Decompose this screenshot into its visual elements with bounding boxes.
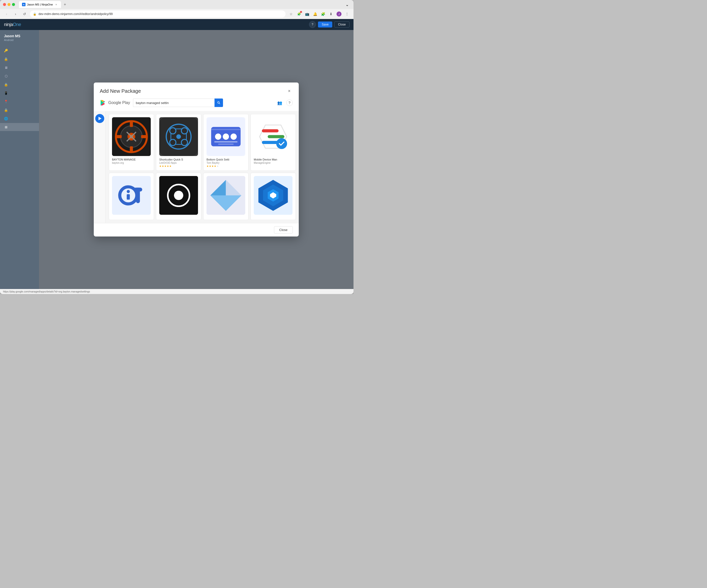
app-info-shortcutter: Shortcutter Quick S LeeDrOiD Apps ★ ★ ★ … <box>159 158 198 168</box>
hexblue-icon-svg <box>254 176 293 215</box>
help-button[interactable]: ? <box>309 21 316 28</box>
search-input-wrap <box>133 99 223 107</box>
user-management-button[interactable]: 👥 <box>276 99 283 106</box>
back-button[interactable]: ‹ <box>3 10 10 18</box>
svg-rect-7 <box>130 121 133 127</box>
nav-bar: ‹ › ↺ 🔒 dev-mdm-demo.ninjarmm.com/#/edit… <box>0 9 354 19</box>
svg-point-37 <box>174 191 183 200</box>
svg-point-28 <box>276 138 287 149</box>
sidebar-item-location[interactable]: 📍 <box>0 98 39 105</box>
app-card-prism[interactable] <box>203 173 248 220</box>
app-card-hexblue[interactable] <box>250 173 296 220</box>
sidebar-item-globe[interactable]: 🌐 <box>0 114 39 123</box>
notifications-button[interactable]: 🔔 <box>311 10 318 18</box>
tab-title: Jason MS | NinjaOne <box>27 3 53 6</box>
modal-help-button[interactable]: ? <box>286 100 293 106</box>
ninja-logo: ninjaOne <box>4 22 21 27</box>
app-content: ninjaOne ? Save Close Jason MS Android 🔑 <box>0 19 354 294</box>
sidebar-item-phone[interactable]: 📱 <box>0 89 39 97</box>
sidebar-item-display[interactable]: 🖥 <box>0 64 39 71</box>
svg-point-17 <box>176 134 181 139</box>
lock-icon: 🔒 <box>4 57 8 61</box>
refresh-button[interactable]: ↺ <box>21 10 28 18</box>
sidebar-subtitle: Android <box>4 38 35 41</box>
app-card-minimalist[interactable] <box>156 173 201 220</box>
apps-grid-area: BAYTON MANAGE bayton.org <box>106 111 299 223</box>
modal-footer: Close <box>94 223 299 237</box>
app-name-bottomquick: Bottom Quick Setti <box>206 158 245 161</box>
close-window-button[interactable] <box>3 3 6 6</box>
svg-line-1 <box>219 103 220 104</box>
app-card-shortcutter[interactable]: Shortcutter Quick S LeeDrOiD Apps ★ ★ ★ … <box>156 114 201 171</box>
minimize-window-button[interactable] <box>7 3 10 6</box>
app-card-bottomquick[interactable]: Bottom Quick Setti Tom Bayley ★ ★ ★ ★ <box>203 114 248 171</box>
save-button[interactable]: Save <box>318 22 332 28</box>
modal-footer-close-button[interactable]: Close <box>274 226 293 234</box>
lock2-icon: 🔒 <box>4 82 8 87</box>
app-name-bayton: BAYTON MANAGE <box>112 158 151 161</box>
status-bar: https://play.google.com/managed/apps/det… <box>0 289 354 294</box>
sidebar-item-lock2[interactable]: 🔒 <box>0 80 39 89</box>
app-card-settings2[interactable] <box>109 173 154 220</box>
svg-rect-10 <box>141 135 147 138</box>
key-icon: 🔑 <box>4 48 8 53</box>
cast-button[interactable]: 📺 <box>303 10 310 18</box>
app-card-mde[interactable]: Mobile Device Man ManageEngine <box>250 114 296 171</box>
shortcutter-icon-svg <box>159 117 198 156</box>
svg-rect-25 <box>211 129 241 130</box>
title-bar: N Jason MS | NinjaOne × + ⌄ <box>0 0 354 9</box>
svg-rect-8 <box>130 146 133 152</box>
sidebar-item-key[interactable]: 🔑 <box>0 46 39 55</box>
main-content: Add New Package × <box>39 30 354 289</box>
sidebar-item-lock3[interactable]: 🔒 <box>0 106 39 114</box>
app-icon-bottomquick <box>206 117 245 156</box>
svg-rect-32 <box>127 194 130 200</box>
app-card-bayton[interactable]: BAYTON MANAGE bayton.org <box>109 114 154 171</box>
search-icon <box>217 101 221 104</box>
play-sidebar-button[interactable] <box>95 114 104 123</box>
app-icon-hexblue <box>254 176 293 215</box>
settings2-icon-svg <box>112 176 151 215</box>
search-button[interactable] <box>214 99 223 107</box>
modal-close-button[interactable]: × <box>286 88 293 95</box>
address-bar[interactable]: 🔒 dev-mdm-demo.ninjarmm.com/#/editor/and… <box>30 10 285 18</box>
active-tab[interactable]: N Jason MS | NinjaOne × <box>19 1 61 8</box>
modal-overlay: Add New Package × <box>39 30 354 289</box>
status-url: https://play.google.com/managed/apps/det… <box>3 290 90 293</box>
add-package-modal: Add New Package × <box>94 82 299 237</box>
bookmark-button[interactable]: ☆ <box>288 10 295 18</box>
svg-rect-29 <box>112 176 151 215</box>
svg-point-21 <box>223 134 229 140</box>
profile-button[interactable]: J <box>336 10 342 18</box>
new-tab-button[interactable]: + <box>62 1 68 7</box>
download-button[interactable]: ⬇ <box>328 10 335 18</box>
sidebar-item-network[interactable]: ⬡ <box>0 72 39 80</box>
network-icon: ⬡ <box>4 74 8 78</box>
sidebar-item-lock[interactable]: 🔒 <box>0 55 39 63</box>
app-info-mde: Mobile Device Man ManageEngine <box>254 158 293 164</box>
app-icon-mde <box>254 117 293 156</box>
bayton-icon-svg <box>112 117 151 156</box>
search-input[interactable] <box>133 99 214 107</box>
forward-button[interactable]: › <box>12 10 19 18</box>
fullscreen-window-button[interactable] <box>12 3 15 6</box>
app-developer-mde: ManageEngine <box>254 162 293 164</box>
minimalist-icon-svg <box>159 176 198 215</box>
tab-close-button[interactable]: × <box>55 3 58 6</box>
close-button[interactable]: Close <box>334 22 349 28</box>
svg-point-31 <box>127 190 130 193</box>
tab-bar: N Jason MS | NinjaOne × + <box>19 1 343 8</box>
menu-button[interactable]: ⋮ <box>343 10 350 18</box>
app-stars-bottomquick: ★ ★ ★ ★ ★ <box>206 165 245 168</box>
sidebar-title: Jason MS <box>4 34 35 38</box>
mde-icon-svg <box>254 117 293 156</box>
svg-rect-34 <box>134 188 142 192</box>
app-icon-minimalist <box>159 176 198 215</box>
play-sidebar <box>94 111 106 223</box>
sidebar-item-apps[interactable]: ⊞ <box>0 123 39 131</box>
extensions-button[interactable]: 🧩 1 <box>296 10 303 18</box>
app-name-mde: Mobile Device Man <box>254 158 293 161</box>
puzzle-button[interactable]: 🧩 <box>319 10 327 18</box>
modal-search-bar: Google Play <box>94 99 299 111</box>
modal-header: Add New Package × <box>94 82 299 99</box>
